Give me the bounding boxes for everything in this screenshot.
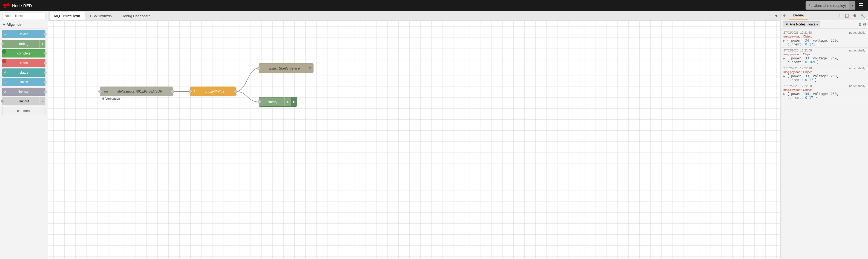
palette-node-inject-label: inject: [20, 32, 28, 36]
add-tab-button[interactable]: +: [768, 12, 773, 19]
right-panel-tools-button[interactable]: 🔧: [859, 12, 866, 19]
debug-msg-3-payload-label: msg.payload : Object: [783, 70, 865, 74]
flow-node-shelly[interactable]: shelly ≡ ■: [259, 97, 297, 107]
search-input[interactable]: [2, 12, 45, 19]
palette-node-linkcall-label: link call: [18, 90, 29, 94]
debug-port-left: [1, 42, 4, 45]
debug-msg-4-timestamp: 27/02/2023, 17:22:28: [783, 84, 812, 88]
palette-node-link-in[interactable]: → link in: [2, 78, 45, 86]
debug-message-4: 27/02/2023, 17:22:28 node: shelly msg.pa…: [781, 83, 868, 101]
svg-rect-0: [3, 4, 7, 6]
catch-icon-left: !: [2, 59, 7, 63]
influx-node-label: Influx Shelly device: [260, 66, 309, 70]
tab-debug-dashboard[interactable]: Debug Dashboard: [117, 12, 155, 20]
right-panel-info-button[interactable]: ℹ: [838, 12, 842, 19]
palette-node-link-call[interactable]: ⟳ link call: [2, 88, 45, 96]
debug-msg-2-header: 27/02/2023, 17:22:08 node: shelly: [783, 49, 865, 52]
right-panel: ⚙ Debug ℹ 📋 ⚙ 🔧 ▼ Alle Nodes/Flows ▾ 🗑 a…: [780, 11, 868, 259]
right-panel-tab-icons: ℹ 📋 ⚙ 🔧: [838, 12, 868, 19]
debug-msg-2-node: node: shelly: [849, 49, 865, 52]
tab-mqtt2influxdb[interactable]: MQTT2Influxdb: [50, 12, 85, 20]
svg-point-4: [7, 2, 9, 4]
tab-csv2influxdb[interactable]: CSV2Influxdb: [86, 12, 117, 20]
flow-node-influx[interactable]: Influx Shelly device ⚙: [259, 63, 313, 73]
debug-msg-1-header: 27/02/2023, 17:21:58 node: shelly: [783, 31, 865, 34]
debug-msg-4-payload-value: ▶ { power: 34, voltage: 250, current: 0.…: [783, 92, 865, 100]
deploy-button[interactable]: ⇆ Übernahme (deploy): [806, 1, 849, 9]
palette-node-comment[interactable]: comment: [2, 107, 45, 115]
debug-msg-2-payload-label: msg.payload : Object: [783, 53, 865, 56]
palette-node-linkout-label: link out: [19, 99, 29, 103]
debug-icon-right: ≡: [39, 40, 45, 48]
status-icon-left: ⚡: [2, 68, 8, 77]
shelly-list-button[interactable]: ≡: [284, 97, 290, 106]
palette-node-complete[interactable]: ! complete: [2, 49, 45, 58]
node-palette: → inject debug ≡ ! complete ! catch: [0, 29, 48, 117]
filter-chevron-icon: ▾: [816, 23, 818, 26]
main-layout: ∨ Allgemein → inject debug ≡ ! complete: [0, 11, 868, 259]
debug-filter-button[interactable]: ▼ Alle Nodes/Flows ▾: [783, 21, 820, 27]
shelly-toggle-button[interactable]: ■: [290, 97, 297, 106]
svg-rect-1: [7, 4, 10, 6]
deploy-label: Übernahme (deploy): [813, 4, 846, 8]
expand-icon-2[interactable]: ▶: [783, 57, 785, 60]
menu-button[interactable]: ☰: [857, 1, 865, 10]
flow-node-mqtt[interactable]: )))) tele/tasmota_891E97/SENSOR Verbunde…: [100, 87, 173, 96]
debug-message-2: 27/02/2023, 17:22:08 node: shelly msg.pa…: [781, 47, 868, 65]
tab-actions: + ▾: [768, 12, 779, 19]
debug-panel-icon: ⚙: [783, 13, 786, 18]
debug-clear-label: all: [863, 23, 866, 26]
topbar-left: Node-RED: [3, 2, 32, 9]
expand-icon-3[interactable]: ▶: [783, 74, 785, 78]
tab-options-button[interactable]: ▾: [774, 12, 779, 19]
tab-csv2influxdb-label: CSV2Influxdb: [90, 14, 112, 18]
mqtt-status-dot: [102, 97, 104, 100]
app-title: Node-RED: [12, 3, 32, 8]
palette-node-catch[interactable]: ! catch: [2, 59, 45, 67]
topbar: Node-RED ⇆ Übernahme (deploy) ▼ ☰: [0, 0, 868, 11]
complete-icon-left: !: [2, 49, 7, 54]
debug-msg-2-timestamp: 27/02/2023, 17:22:08: [783, 49, 812, 52]
mqtt-antenna-icon: )))): [101, 90, 108, 93]
right-panel-tabs: ⚙ Debug ℹ 📋 ⚙ 🔧: [781, 11, 868, 20]
right-tab-debug-label: Debug: [793, 13, 804, 17]
debug-msg-3-node: node: shelly: [849, 67, 865, 70]
sidebar-section-header[interactable]: ∨ Allgemein: [0, 21, 48, 29]
inject-icon-left: →: [2, 30, 8, 38]
palette-node-status-label: status: [20, 71, 28, 74]
debug-msg-1-payload-value: ▶ { power: 34, voltage: 250, current: 0.…: [783, 39, 865, 46]
sidebar-search-container: [0, 11, 48, 21]
status-port-right: [44, 71, 47, 74]
right-tab-debug[interactable]: Debug: [789, 11, 808, 20]
debug-msg-3-header: 27/02/2023, 17:22:18 node: shelly: [783, 67, 865, 70]
tab-debug-dashboard-label: Debug Dashboard: [122, 14, 151, 18]
expand-icon-1[interactable]: ▶: [783, 39, 785, 42]
mqtt-port-right: [171, 90, 175, 93]
palette-node-linkin-label: link in: [20, 80, 28, 84]
mqtt-status-text: Verbunden: [105, 97, 120, 100]
palette-node-debug[interactable]: debug ≡: [2, 40, 45, 48]
debug-clear-button[interactable]: 🗑 all: [859, 23, 866, 26]
palette-node-link-out[interactable]: link out →: [2, 97, 45, 105]
right-panel-settings-button[interactable]: ⚙: [851, 12, 858, 19]
palette-node-inject[interactable]: → inject: [2, 30, 45, 38]
expand-icon-4[interactable]: ▶: [783, 92, 785, 96]
sidebar: ∨ Allgemein → inject debug ≡ ! complete: [0, 11, 48, 259]
inject-port-right: [44, 33, 47, 36]
right-panel-copy-button[interactable]: 📋: [843, 12, 850, 19]
func-icon: f: [192, 90, 195, 94]
debug-messages: 27/02/2023, 17:21:58 node: shelly msg.pa…: [781, 29, 868, 259]
palette-node-debug-label: debug: [19, 42, 28, 46]
section-title: Allgemein: [7, 23, 22, 27]
deploy-dropdown-button[interactable]: ▼: [849, 1, 856, 9]
tab-mqtt2influxdb-label: MQTT2Influxdb: [54, 14, 80, 18]
palette-node-status[interactable]: ⚡ status: [2, 68, 45, 77]
debug-filter-label: Alle Nodes/Flows: [790, 23, 815, 26]
flow-node-func[interactable]: f shelly2Influx: [190, 87, 236, 96]
palette-node-catch-label: catch: [20, 61, 28, 65]
complete-port-right: [44, 52, 47, 55]
debug-toolbar: ▼ Alle Nodes/Flows ▾ 🗑 all: [781, 20, 868, 29]
flow-canvas[interactable]: )))) tele/tasmota_891E97/SENSOR Verbunde…: [48, 21, 780, 259]
linkin-icon-left: →: [2, 78, 8, 86]
svg-point-3: [4, 6, 6, 8]
